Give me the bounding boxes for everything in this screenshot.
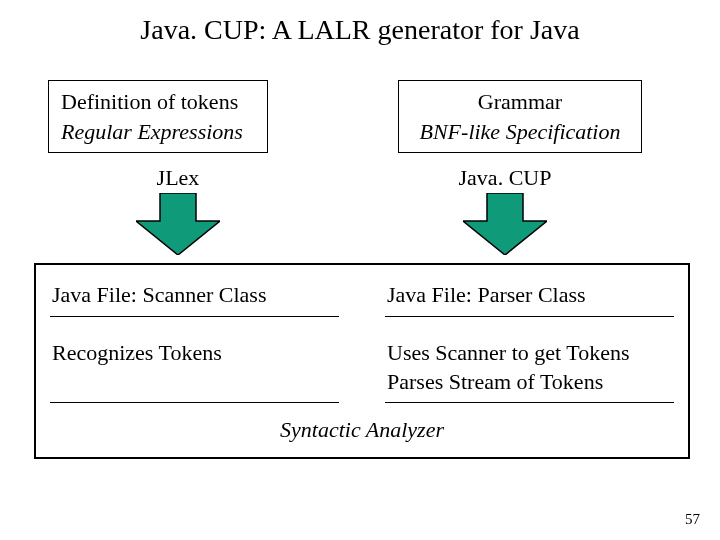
- page-title: Java. CUP: A LALR generator for Java: [0, 0, 720, 46]
- tokens-line1: Definition of tokens: [61, 87, 255, 117]
- parser-class-cell: Java File: Parser Class: [385, 275, 674, 317]
- down-arrow-icon: [136, 193, 220, 255]
- javacup-label: Java. CUP: [430, 165, 580, 191]
- arrows-row: JLex Java. CUP: [0, 153, 720, 263]
- jlex-arrow-block: JLex: [118, 165, 238, 255]
- javacup-arrow-block: Java. CUP: [430, 165, 580, 255]
- syntactic-analyzer-label: Syntactic Analyzer: [50, 417, 674, 443]
- grammar-box: Grammar BNF-like Specification: [398, 80, 642, 153]
- output-grid: Java File: Scanner Class Java File: Pars…: [50, 275, 674, 403]
- svg-marker-1: [463, 193, 547, 255]
- scanner-class-cell: Java File: Scanner Class: [50, 275, 339, 317]
- jlex-label: JLex: [118, 165, 238, 191]
- down-arrow-icon: [463, 193, 547, 255]
- tokens-box: Definition of tokens Regular Expressions: [48, 80, 268, 153]
- recognizes-tokens-cell: Recognizes Tokens: [50, 333, 339, 403]
- top-row: Definition of tokens Regular Expressions…: [0, 46, 720, 153]
- tokens-line2: Regular Expressions: [61, 117, 255, 147]
- parser-desc-cell: Uses Scanner to get Tokens Parses Stream…: [385, 333, 674, 403]
- grammar-line2: BNF-like Specification: [411, 117, 629, 147]
- output-box: Java File: Scanner Class Java File: Pars…: [34, 263, 690, 459]
- page-number: 57: [685, 511, 700, 528]
- svg-marker-0: [136, 193, 220, 255]
- grammar-line1: Grammar: [411, 87, 629, 117]
